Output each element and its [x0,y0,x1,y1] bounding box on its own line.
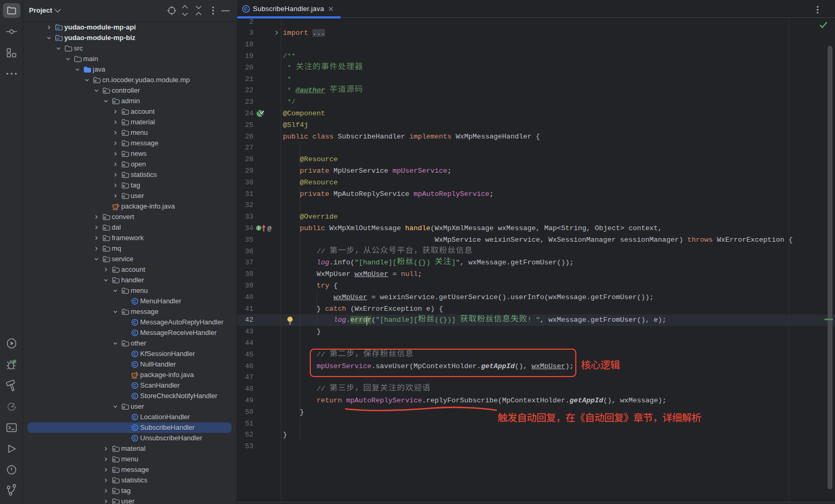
svg-text:I: I [258,225,259,231]
svg-text:C: C [133,436,136,441]
svg-text:C: C [133,331,136,335]
svg-text:C: C [244,6,248,12]
svg-text:C: C [133,394,136,399]
svg-text:@: @ [268,225,272,233]
svg-text:C: C [133,362,136,367]
svg-text:C: C [133,299,136,304]
svg-text:C: C [133,415,136,420]
svg-text:C: C [133,352,136,357]
svg-text:C: C [133,426,136,430]
svg-text:C: C [133,383,136,388]
svg-text:C: C [133,320,136,325]
